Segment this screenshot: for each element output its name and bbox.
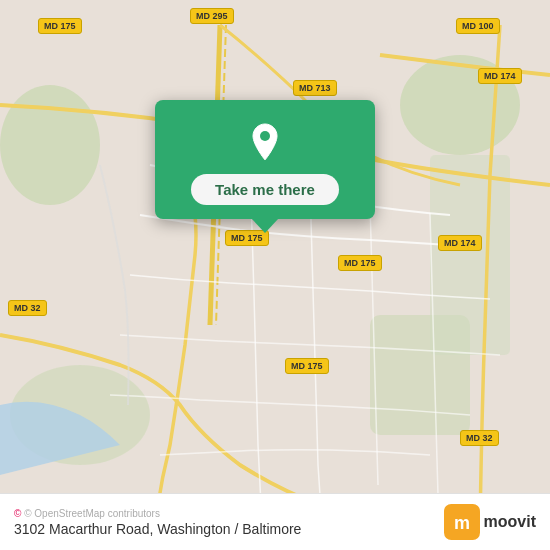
osm-credit: © © OpenStreetMap contributors	[14, 508, 301, 519]
road-label-md175-mid: MD 175	[338, 255, 382, 271]
bottom-left: © © OpenStreetMap contributors 3102 Maca…	[14, 508, 301, 537]
map-background	[0, 0, 550, 550]
road-label-md175-bottom: MD 175	[285, 358, 329, 374]
location-pin-icon	[243, 120, 287, 164]
svg-text:m: m	[454, 513, 470, 533]
address-text: 3102 Macarthur Road, Washington / Baltim…	[14, 521, 301, 537]
road-label-md100: MD 100	[456, 18, 500, 34]
road-label-md174-top: MD 174	[478, 68, 522, 84]
osm-icon: ©	[14, 508, 21, 519]
moovit-text: moovit	[484, 513, 536, 531]
road-label-md174-right: MD 174	[438, 235, 482, 251]
road-label-md295: MD 295	[190, 8, 234, 24]
svg-rect-5	[430, 155, 510, 355]
svg-point-6	[260, 131, 270, 141]
svg-point-2	[0, 85, 100, 205]
road-label-md32-right: MD 32	[460, 430, 499, 446]
map-container: MD 295 MD 175 MD 100 MD 713 MD 174 MD 17…	[0, 0, 550, 550]
road-label-md32-left: MD 32	[8, 300, 47, 316]
moovit-logo: m moovit	[444, 504, 536, 540]
moovit-icon: m	[444, 504, 480, 540]
road-label-md713: MD 713	[293, 80, 337, 96]
map-svg	[0, 0, 550, 550]
popup-card: Take me there	[155, 100, 375, 219]
take-me-there-button[interactable]: Take me there	[191, 174, 339, 205]
road-label-md175-top: MD 175	[38, 18, 82, 34]
osm-credit-text: © OpenStreetMap contributors	[24, 508, 160, 519]
bottom-bar: © © OpenStreetMap contributors 3102 Maca…	[0, 493, 550, 550]
